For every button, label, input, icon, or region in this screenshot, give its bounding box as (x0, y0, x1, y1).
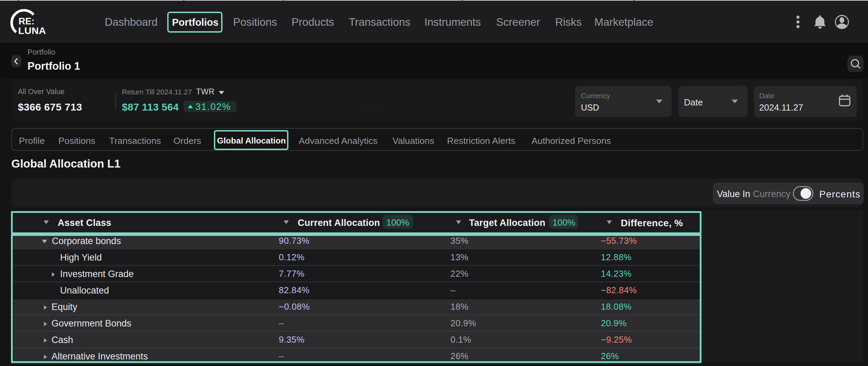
svg-text:LUNA: LUNA (18, 25, 46, 36)
